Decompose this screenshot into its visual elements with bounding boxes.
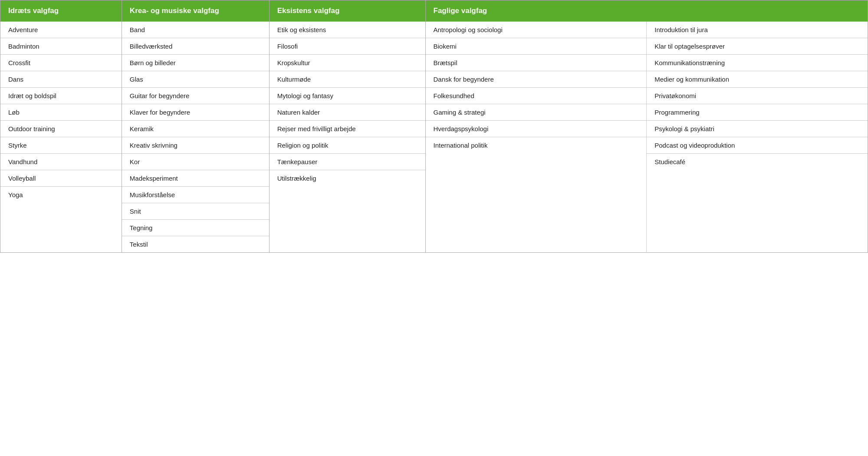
list-item: Antropologi og sociologi [426,22,647,38]
list-item: Introduktion til jura [647,22,868,38]
list-item: Psykologi & psykiatri [647,121,868,137]
list-item: Styrke [0,137,122,154]
list-item: Tegning [122,220,269,236]
list-item: Idræt og boldspil [0,88,122,104]
list-item: Kreativ skrivning [122,137,269,154]
col-faglige-left: Antropologi og sociologiBiokemiBrætspilD… [425,22,647,253]
list-item: Tænkepauser [270,154,425,170]
idraets-list: AdventureBadmintonCrossfitDansIdræt og b… [0,22,122,203]
list-item: Dans [0,71,122,88]
list-item: Hverdagspsykologi [426,121,647,137]
list-item: Glas [122,71,269,88]
list-item: Programmering [647,104,868,121]
list-item: Badminton [0,38,122,55]
list-item: Billedværksted [122,38,269,55]
list-item: Brætspil [426,55,647,71]
header-faglige: Faglige valgfag [425,0,868,22]
col-idraets: AdventureBadmintonCrossfitDansIdræt og b… [0,22,122,253]
list-item: Studiecafé [647,154,868,170]
list-item: Etik og eksistens [270,22,425,38]
list-item: Kommunikationstræning [647,55,868,71]
list-item: Religion og politik [270,137,425,154]
header-eksistens: Eksistens valgfag [269,0,425,22]
col-faglige-right: Introduktion til juraKlar til optagelses… [647,22,868,253]
faglige-left-list: Antropologi og sociologiBiokemiBrætspilD… [426,22,647,153]
list-item: Kulturmøde [270,71,425,88]
list-item: Klaver for begyndere [122,104,269,121]
header-idraets: Idræts valgfag [0,0,122,22]
valgfag-table: Idræts valgfag Krea- og musiske valgfag … [0,0,868,253]
list-item: Mytologi og fantasy [270,88,425,104]
header-krea: Krea- og musiske valgfag [122,0,269,22]
list-item: Band [122,22,269,38]
list-item: Utilstrækkelig [270,170,425,186]
list-item: Outdoor training [0,121,122,137]
eksistens-list: Etik og eksistensFilosofiKropskulturKult… [270,22,425,186]
list-item: Dansk for begyndere [426,71,647,88]
col-krea: BandBilledværkstedBørn og billederGlasGu… [122,22,269,253]
list-item: Crossfit [0,55,122,71]
list-item: Tekstil [122,236,269,252]
list-item: Privatøkonomi [647,88,868,104]
list-item: Gaming & strategi [426,104,647,121]
list-item: Løb [0,104,122,121]
list-item: Klar til optagelsesprøver [647,38,868,55]
list-item: Keramik [122,121,269,137]
list-item: Musikforståelse [122,187,269,203]
list-item: Yoga [0,187,122,203]
faglige-right-list: Introduktion til juraKlar til optagelses… [647,22,868,170]
list-item: Vandhund [0,154,122,170]
col-eksistens: Etik og eksistensFilosofiKropskulturKult… [269,22,425,253]
list-item: Kropskultur [270,55,425,71]
list-item: Madeksperiment [122,170,269,187]
list-item: Biokemi [426,38,647,55]
list-item: Filosofi [270,38,425,55]
list-item: Snit [122,203,269,220]
list-item: Podcast og videoproduktion [647,137,868,154]
list-item: Børn og billeder [122,55,269,71]
list-item: International politik [426,137,647,153]
list-item: Volleyball [0,170,122,187]
list-item: Kor [122,154,269,170]
list-item: Rejser med frivilligt arbejde [270,121,425,137]
list-item: Adventure [0,22,122,38]
list-item: Medier og kommunikation [647,71,868,88]
list-item: Naturen kalder [270,104,425,121]
list-item: Folkesundhed [426,88,647,104]
krea-list: BandBilledværkstedBørn og billederGlasGu… [122,22,269,252]
list-item: Guitar for begyndere [122,88,269,104]
